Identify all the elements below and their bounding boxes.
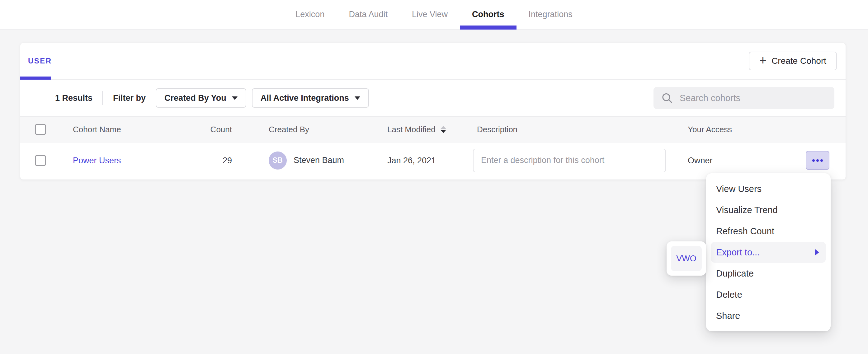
create-cohort-button[interactable]: + Create Cohort [749,52,837,70]
search-cohorts-box [653,87,834,109]
menu-item-refresh-count[interactable]: Refresh Count [706,221,831,242]
filter-toolbar: 1 Results Filter by Created By You All A… [20,79,845,116]
tab-user-label: USER [28,57,52,65]
header-count: Count [170,125,232,134]
nav-tab-data-audit[interactable]: Data Audit [349,0,388,29]
menu-item-export-to-label: Export to... [716,247,760,258]
caret-down-icon [354,96,360,100]
row-actions-menu: View Users Visualize Trend Refresh Count… [706,173,831,331]
avatar: SB [269,152,287,169]
plus-icon: + [760,54,767,67]
description-input[interactable] [473,149,666,172]
created-by-dropdown-value: Created By You [164,93,226,103]
menu-item-export-to[interactable]: Export to... [711,242,826,263]
menu-item-delete[interactable]: Delete [706,284,831,305]
search-icon [661,92,674,104]
filter-by-label: Filter by [113,93,146,103]
sort-icon [440,126,446,133]
tab-user[interactable]: USER [20,43,64,79]
created-by-cell: SB Steven Baum [269,152,344,169]
description-cell [473,149,666,172]
nav-tab-integrations[interactable]: Integrations [529,0,572,29]
nav-tab-cohorts-label: Cohorts [472,10,504,19]
row-actions-button[interactable] [806,151,829,170]
submenu-item-vwo[interactable]: VWO [671,246,702,271]
select-all-checkbox[interactable] [35,124,46,135]
menu-item-share[interactable]: Share [706,305,831,326]
submenu-arrow-icon [815,249,819,256]
user-tab-underline [20,76,51,79]
top-navigation: Lexicon Data Audit Live View Cohorts Int… [0,0,868,30]
header-your-access: Your Access [688,125,732,134]
menu-item-duplicate[interactable]: Duplicate [706,263,831,284]
active-tab-underline [460,26,517,30]
row-checkbox[interactable] [35,155,46,166]
last-modified-cell: Jan 26, 2021 [387,156,436,165]
table-row: Power Users 29 SB Steven Baum Jan 26, 20… [20,142,845,178]
header-last-modified-label: Last Modified [387,125,436,134]
header-last-modified[interactable]: Last Modified [387,125,446,134]
created-by-dropdown[interactable]: Created By You [156,88,246,108]
integrations-dropdown[interactable]: All Active Integrations [252,88,369,108]
header-cohort-name: Cohort Name [73,125,121,134]
search-cohorts-input[interactable] [680,93,834,103]
nav-tab-live-view[interactable]: Live View [412,0,448,29]
export-submenu: VWO [666,242,706,276]
cohort-count: 29 [170,156,232,165]
panel-header: USER + Create Cohort [20,43,845,79]
cohorts-panel: USER + Create Cohort 1 Results Filter by… [20,43,846,180]
nav-tab-lexicon[interactable]: Lexicon [296,0,324,29]
menu-item-visualize-trend[interactable]: Visualize Trend [706,199,831,221]
creator-name: Steven Baum [293,156,344,165]
create-cohort-label: Create Cohort [772,56,826,66]
access-value: Owner [688,156,713,165]
nav-tab-cohorts[interactable]: Cohorts [472,0,504,29]
menu-item-view-users[interactable]: View Users [706,178,831,199]
ellipsis-icon [812,159,815,162]
table-header-row: Cohort Name Count Created By Last Modifi… [20,116,845,142]
integrations-dropdown-value: All Active Integrations [260,93,349,103]
header-description: Description [477,125,518,134]
header-created-by: Created By [269,125,309,134]
caret-down-icon [232,96,238,100]
toolbar-divider [102,91,103,105]
cohort-name-link[interactable]: Power Users [73,156,121,165]
results-count: 1 Results [55,93,92,103]
